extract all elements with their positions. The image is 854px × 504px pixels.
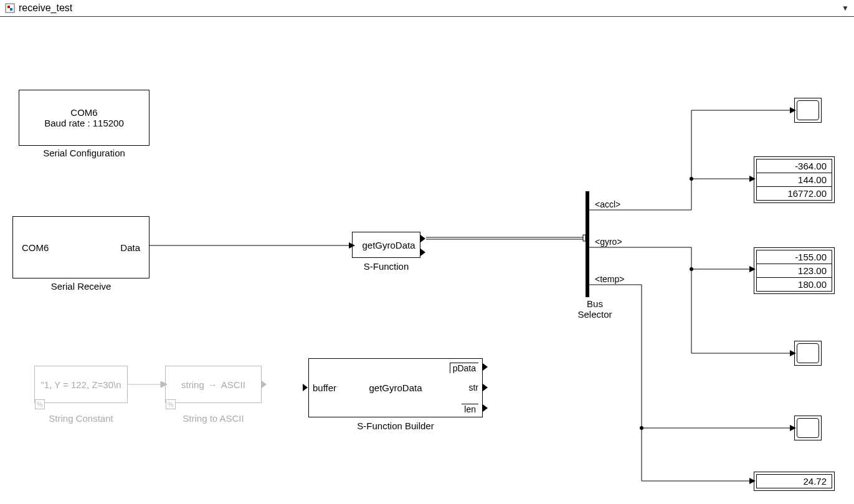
signal-label-gyro: <gyro> (595, 237, 622, 247)
serial-receive-port: COM6 (22, 242, 49, 253)
string-to-ascii-block[interactable]: string → ASCII (165, 366, 262, 403)
string-constant-text: "1, Y = 122, Z=30\n (40, 379, 121, 390)
s-function-out-port-1 (420, 235, 425, 242)
sfbuilder-name: getGyroData (309, 383, 482, 393)
s-function-block[interactable]: getGyroData (352, 232, 420, 258)
string-to-ascii-label: String to ASCII (165, 413, 262, 424)
display-accl-row-1: 144.00 (756, 173, 832, 187)
svg-rect-2 (10, 8, 12, 11)
serial-config-line2: Baud rate : 115200 (44, 118, 124, 128)
s-function-builder-label: S-Function Builder (308, 421, 483, 431)
arrow-icon: → (208, 379, 217, 390)
display-temp-row-0: 24.72 (756, 474, 832, 488)
scope-accl[interactable] (794, 98, 822, 123)
dropdown-icon[interactable]: ▼ (842, 4, 849, 12)
sfbuilder-in-port (303, 384, 308, 391)
diagram-canvas[interactable]: COM6 Baud rate : 115200 Serial Configura… (0, 17, 854, 503)
signal-label-temp: <temp> (595, 274, 624, 284)
sfbuilder-out2: str (468, 383, 478, 392)
sfbuilder-out-port-3 (483, 404, 488, 412)
s-function-builder-block[interactable]: buffer getGyroData pData str len (308, 358, 483, 417)
display-gyro[interactable]: -155.00 123.00 180.00 (754, 247, 835, 294)
serial-receive-block[interactable]: COM6 Data (12, 216, 149, 278)
sfbuilder-out-port-2 (483, 384, 488, 391)
string-to-ascii-out: ASCII (221, 379, 245, 390)
s-function-out-port-2 (420, 249, 425, 256)
s-function-label: S-Function (339, 261, 433, 272)
percent-badge-icon: % (35, 399, 45, 409)
sfbuilder-out1: pData (450, 363, 478, 373)
display-temp[interactable]: 24.72 (754, 472, 835, 491)
scope-temp[interactable] (794, 416, 822, 440)
string-to-ascii-in: string (181, 379, 204, 390)
display-accl-row-2: 16772.00 (756, 187, 832, 201)
serial-config-line1: COM6 (70, 107, 97, 118)
signal-label-accl: <accl> (595, 199, 620, 209)
display-gyro-row-0: -155.00 (756, 250, 832, 264)
title-bar: receive_test ▼ (0, 0, 854, 17)
string-constant-label: String Constant (34, 413, 128, 424)
scope-gyro[interactable] (794, 341, 822, 366)
display-accl[interactable]: -364.00 144.00 16772.00 (754, 156, 835, 203)
model-file-icon (5, 3, 15, 13)
model-title: receive_test (19, 2, 72, 14)
sfbuilder-out3: len (462, 404, 478, 414)
serial-configuration-block[interactable]: COM6 Baud rate : 115200 (19, 90, 149, 146)
percent-badge-icon-2: % (166, 399, 176, 409)
sfbuilder-out-port-1 (483, 363, 488, 371)
svg-point-19 (690, 267, 693, 271)
s-function-text: getGyroData (353, 240, 420, 250)
string-constant-block[interactable]: "1, Y = 122, Z=30\n (34, 366, 128, 403)
serial-receive-label: Serial Receive (12, 281, 149, 292)
display-gyro-row-2: 180.00 (756, 278, 832, 292)
svg-rect-1 (7, 6, 10, 8)
bus-selector-label: Bus Selector (570, 298, 620, 320)
bus-selector-block[interactable] (586, 191, 589, 297)
display-accl-row-0: -364.00 (756, 159, 832, 173)
svg-point-26 (640, 426, 643, 430)
serial-receive-out: Data (120, 242, 140, 253)
svg-point-12 (690, 177, 693, 181)
display-gyro-row-1: 123.00 (756, 264, 832, 278)
serial-configuration-label: Serial Configuration (19, 148, 149, 158)
string-to-ascii-out-port (262, 381, 267, 388)
